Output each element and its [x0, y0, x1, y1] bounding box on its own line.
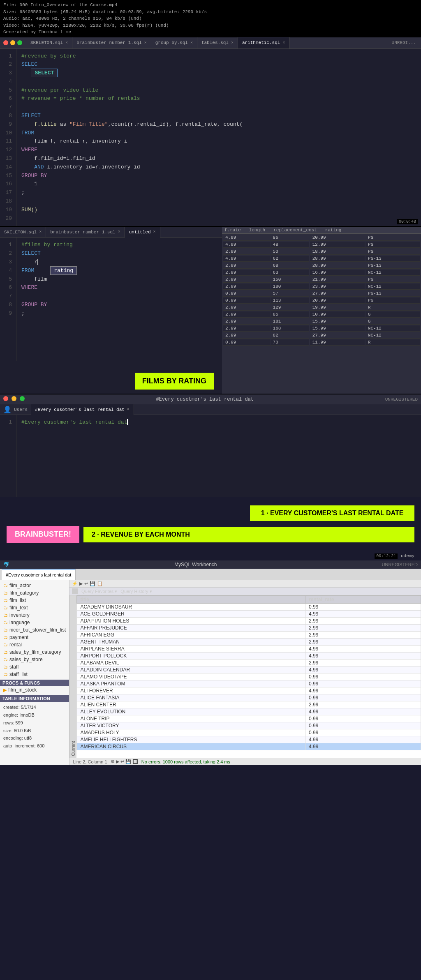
table-row[interactable]: AFRICAN EGG2.99 [77, 632, 421, 639]
timer-3: 00:12:21 [375, 553, 398, 559]
badge-every-customer: 1 · EVERY CUSTOMER'S LAST RENTAL DATE [250, 505, 414, 521]
mysql-window-icon: 🐬 [3, 562, 9, 567]
tab-untitled[interactable]: untitled × [125, 227, 160, 238]
query-favorites-bar: ● Query Favorites ▾ Query History ▾ [69, 588, 421, 595]
tab-brainbuster-2[interactable]: brainbuster number 1.sql × [46, 227, 125, 238]
table-row[interactable]: ALLEY EVOLUTION4.99 [77, 708, 421, 715]
data-panel-header: f.rate length replacement_cost rating [222, 227, 421, 234]
data-table-row: 2.9918115.99G [223, 318, 420, 325]
close-icon[interactable]: × [282, 41, 285, 45]
table-row[interactable]: ACADEMY DINOSAUR0.99 [77, 604, 421, 611]
sidebar-item-film-list[interactable]: 🗂film_list [0, 597, 69, 604]
maximize-button-3[interactable] [20, 396, 25, 401]
section2-badge-area: FILMS BY RATING [0, 361, 222, 394]
close-icon[interactable]: × [127, 407, 130, 412]
toolbar-icon-3[interactable]: ↩ [84, 581, 88, 586]
tab-skeleton-sql[interactable]: SKELETON.sql × [26, 37, 72, 48]
section2-right-panel: f.rate length replacement_cost rating 4.… [222, 227, 421, 394]
table-row[interactable]: ACE GOLDFINGER4.99 [77, 611, 421, 618]
table-row[interactable]: ALABAMA DEVIL2.99 [77, 659, 421, 666]
table-row[interactable]: AGENT TRUMAN2.99 [77, 639, 421, 646]
close-icon[interactable]: × [118, 230, 120, 234]
close-icon[interactable]: × [39, 230, 42, 234]
sidebar-film-in-stock[interactable]: ▶ film_in_stock [0, 686, 69, 694]
query-dot[interactable]: ● [72, 588, 78, 594]
maximize-button-1[interactable] [17, 40, 22, 45]
sidebar-item-language[interactable]: 🗂language [0, 619, 69, 626]
tab-tables[interactable]: tables.sql × [197, 37, 238, 48]
mysql-tab-every-customer[interactable]: #Every cusotmer's last rental dat [2, 569, 76, 580]
table-row[interactable]: ALONE TRIP0.99 [77, 715, 421, 722]
sidebar-item-sales-by-film-category[interactable]: 🗂sales_by_film_category [0, 648, 69, 656]
toolbar-icon-5[interactable]: 📋 [97, 581, 103, 586]
table-row[interactable]: ALAMO VIDEOTAPE0.99 [77, 673, 421, 680]
section1-code-content[interactable]: #revenue by store SELEC SELECT #revenue … [16, 49, 421, 226]
tab-groupby[interactable]: group by.sql × [151, 37, 197, 48]
tab-every-customer[interactable]: #Every cusotmer's last rental dat × [31, 404, 134, 415]
table-row[interactable]: ALASKA PHANTOM0.99 [77, 680, 421, 687]
autocomplete-rating: rating [50, 266, 77, 275]
table-row[interactable]: AMELIE HELLFIGHTERS4.99 [77, 736, 421, 743]
close-button-3[interactable] [3, 396, 8, 401]
query-favorites-btn[interactable]: Query Favorites ▾ [81, 589, 117, 594]
table-row[interactable]: ALTER VICTORY0.99 [77, 722, 421, 729]
mysql-main: ⚡ ▶ ↩ 💾 📋 ● Query Favorites ▾ Query Hist… [69, 580, 421, 765]
table-row[interactable]: AIRPLANE SIERRA4.99 [77, 646, 421, 653]
close-icon[interactable]: × [144, 41, 147, 45]
sidebar-item-inventory[interactable]: 🗂inventory [0, 611, 69, 619]
toolbar-icons-bottom[interactable]: ⚙ ▶ ↩ 💾 🔲 [111, 759, 138, 764]
section1-editor: SKELETON.sql × brainbuster number 1.sql … [0, 37, 421, 226]
minimize-button-1[interactable] [10, 40, 15, 45]
sidebar-item-staff[interactable]: 🗂staff [0, 663, 69, 671]
close-icon[interactable]: × [153, 230, 156, 234]
close-button-1[interactable] [3, 40, 8, 45]
tab-brainbuster[interactable]: brainbuster number 1.sql × [72, 37, 151, 48]
top-info-bar: File: 000 Intro_Overview of the Course.m… [0, 0, 421, 37]
close-icon[interactable]: × [231, 41, 234, 45]
table-icon: 🗂 [3, 598, 8, 603]
table-row[interactable]: ALIEN CENTER2.99 [77, 701, 421, 708]
sidebar-item-sales-by-store[interactable]: 🗂sales_by_store [0, 656, 69, 663]
mysql-toolbar: ⚡ ▶ ↩ 💾 📋 [69, 580, 421, 588]
tab-skeleton-2[interactable]: SKELETON.sql × [0, 227, 46, 238]
table-row[interactable]: ALI FOREVER4.99 [77, 687, 421, 694]
table-row[interactable]: AMADEUS HOLY0.99 [77, 729, 421, 736]
toolbar-icon-1[interactable]: ⚡ [72, 581, 78, 586]
status-message: No errors. 1000 rows affected, taking 2.… [141, 759, 230, 764]
sidebar-item-film-actor[interactable]: 🗂film_actor [0, 582, 69, 589]
close-icon[interactable]: × [65, 41, 68, 45]
tab-arithmetic[interactable]: arithmetic.sql × [238, 37, 289, 48]
sidebar-item-nicer-but-slower-film-list[interactable]: 🗂nicer_but_slower_film_list [0, 626, 69, 634]
section2-code-content[interactable]: #films by rating SELECT r FROM rating fi… [16, 238, 222, 361]
mysql-topbar: 🐬 MySQL Workbench UNREGISTERED [0, 560, 421, 569]
close-icon[interactable]: × [190, 41, 193, 45]
sidebar-item-rental[interactable]: 🗂rental [0, 641, 69, 648]
query-history-btn[interactable]: Query History ▾ [120, 589, 152, 594]
data-table-row: 2.9918023.99NC-12 [223, 284, 420, 290]
toolbar-icon-4[interactable]: 💾 [90, 581, 95, 586]
sidebar-item-film-category[interactable]: 🗂film_category [0, 589, 69, 597]
table-row[interactable]: AMERICAN CIRCUS4.99 [77, 743, 421, 750]
sidebar-item-staff-list[interactable]: 🗂staff_list [0, 671, 69, 678]
table-row[interactable]: ALADDIN CALENDAR4.99 [77, 666, 421, 673]
line-col-indicator: Line 2, Column 1 [73, 759, 107, 764]
minimize-button-3[interactable] [12, 396, 16, 401]
col-rental-rate: rental_rate [305, 596, 421, 604]
data-table-row: 4.996228.99PG-13 [223, 256, 420, 262]
query-results[interactable]: title rental_rate ACADEMY DINOSAUR0.99AC… [76, 595, 421, 758]
section3-code-content[interactable]: #Every cusotmer's last rental dat [16, 415, 421, 497]
section3-badges-area: 1 · EVERY CUSTOMER'S LAST RENTAL DATE BR… [0, 497, 421, 551]
table-row[interactable]: AFFAIR PREJUDICE2.99 [77, 625, 421, 632]
toolbar-icon-2[interactable]: ▶ [79, 581, 83, 586]
section2: SKELETON.sql × brainbuster number 1.sql … [0, 226, 421, 394]
data-table-row: 2.996828.99PG-13 [223, 263, 420, 269]
table-icon: 🗂 [3, 605, 8, 610]
info-line-2: Size: 68405583 bytes (65.24 MiB) duratio… [3, 9, 418, 16]
sidebar-item-film-text[interactable]: 🗂film_text [0, 604, 69, 611]
sidebar-item-payment[interactable]: 🗂payment [0, 634, 69, 641]
table-row[interactable]: AIRPORT POLLOCK4.99 [77, 653, 421, 659]
data-table-row: 0.997011.99R [223, 339, 420, 346]
table-info-header: TABLE INFORMATION [0, 695, 69, 702]
table-row[interactable]: ADAPTATION HOLES2.99 [77, 618, 421, 625]
table-row[interactable]: ALICE FANTASIA0.99 [77, 694, 421, 701]
